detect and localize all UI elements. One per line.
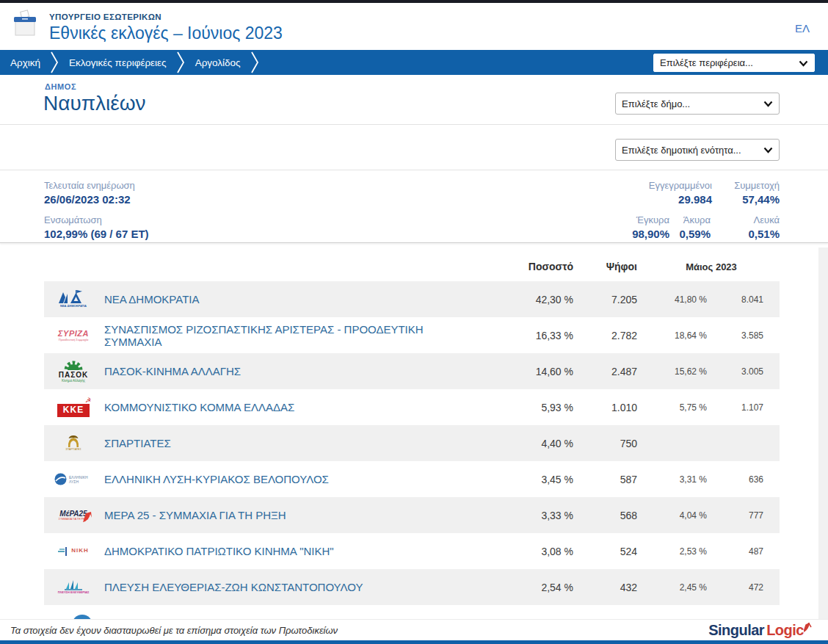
partial-next-row <box>44 605 780 619</box>
breadcrumb: Αρχική Εκλογικές περιφέρειες Αργολίδος Ε… <box>0 50 828 75</box>
party-name-link[interactable]: ΝΕΑ ΔΗΜΟΚΡΑΤΙΑ <box>104 293 485 305</box>
breadcrumb-item-districts[interactable]: Εκλογικές περιφέρειες <box>69 57 167 68</box>
municipality-section: ΔΗΜΟΣ Ναυπλιέων Επιλέξτε δήμο... <box>0 75 828 125</box>
cell-votes: 750 <box>573 438 637 449</box>
registered-stat: Εγγεγραμμένοι 29.984 <box>649 179 712 206</box>
cell-prev-votes: 3.005 <box>707 366 763 377</box>
integration-value: 102,99% (69 / 67 ΕΤ) <box>44 227 149 241</box>
party-name-link[interactable]: ΜΕΡΑ 25 - ΣΥΜΜΑΧΙΑ ΓΙΑ ΤΗ ΡΗΞΗ <box>104 509 485 521</box>
partial-party-logo <box>71 609 93 619</box>
cell-votes: 524 <box>573 546 637 557</box>
mera25-logo: ΜέΡΑ25ΣΥΜΜΑΧΙΑ ΓΙΑ ΤΗ ΡΗΞΗ <box>51 510 95 521</box>
cell-percent: 14,60 % <box>485 366 573 377</box>
blank-stat: Λευκά 0,51% <box>711 214 780 241</box>
participation-value: 57,44% <box>712 192 780 206</box>
municipal-unit-select[interactable]: Επιλέξτε δημοτική ενότητα... <box>615 139 780 161</box>
language-toggle[interactable]: ΕΛ <box>795 22 810 35</box>
cell-prev-votes: 777 <box>707 510 763 521</box>
scrollbar-track[interactable] <box>818 247 828 619</box>
invalid-value: 0,59% <box>669 227 711 241</box>
municipality-select-placeholder: Επιλέξτε δήμο... <box>622 98 690 109</box>
party-name-link[interactable]: ΣΠΑΡΤΙΑΤΕΣ <box>104 437 485 449</box>
brand-text: ΥΠΟΥΡΓΕΙΟ ΕΣΩΤΕΡΙΚΩΝ Εθνικές εκλογές – Ι… <box>49 10 283 43</box>
cell-percent: 3,33 % <box>485 510 573 521</box>
chevron-right-icon <box>251 51 259 73</box>
vendor-name-part2: Logic <box>766 622 804 639</box>
region-select[interactable]: Επιλέξτε περιφέρεια... <box>653 54 815 72</box>
breadcrumb-item-home[interactable]: Αρχική <box>10 57 40 68</box>
region-select-placeholder: Επιλέξτε περιφέρεια... <box>660 57 753 68</box>
party-row: ΝΕΑ ΔΗΜΟΚΡΑΤΙΑΝΕΑ ΔΗΜΟΚΡΑΤΙΑ42,30 %7.205… <box>44 281 780 317</box>
party-row: ΠΛΕΥΣΗ ΕΛΕΥΘΕΡΙΑΣΠΛΕΥΣΗ ΕΛΕΥΘΕΡΙΑΣ-ΖΩΗ Κ… <box>44 569 780 605</box>
last-update-stat: Τελευταία ενημέρωση 26/06/2023 02:32 <box>44 179 149 206</box>
party-name-link[interactable]: ΠΑΣΟΚ-ΚΙΝΗΜΑ ΑΛΛΑΓΗΣ <box>104 365 485 377</box>
disclaimer-text: Τα στοιχεία δεν έχουν διασταυρωθεί με τα… <box>10 625 338 636</box>
cell-prev-percent: 4,04 % <box>637 510 707 521</box>
municipality-select[interactable]: Επιλέξτε δήμο... <box>615 93 780 115</box>
header-votes: Ψήφοι <box>573 261 637 272</box>
cell-percent: 4,40 % <box>485 438 573 449</box>
pleusi-eleftherias-logo: ΠΛΕΥΣΗ ΕΛΕΥΘΕΡΙΑΣ <box>51 580 95 594</box>
ballot-box-icon <box>10 10 40 42</box>
entity-name: Ναυπλιέων <box>43 92 146 115</box>
invalid-label: Άκυρα <box>669 214 711 227</box>
chevron-down-icon <box>763 143 773 156</box>
cell-votes: 587 <box>573 474 637 485</box>
cell-prev-percent: 2,45 % <box>637 582 707 593</box>
stats-left: Τελευταία ενημέρωση 26/06/2023 02:32 Ενσ… <box>44 179 149 241</box>
chevron-down-icon <box>799 57 808 70</box>
party-row: ΜέΡΑ25ΣΥΜΜΑΧΙΑ ΓΙΑ ΤΗ ΡΗΞΗΜΕΡΑ 25 - ΣΥΜΜ… <box>44 497 780 533</box>
valid-stat: Έγκυρα 98,90% <box>632 214 669 241</box>
cell-prev-percent: 5,75 % <box>637 402 707 413</box>
cell-percent: 5,93 % <box>485 402 573 413</box>
breadcrumb-item-argolidos[interactable]: Αργολίδος <box>195 57 241 68</box>
cell-percent: 2,54 % <box>485 582 573 593</box>
participation-stat: Συμμετοχή 57,44% <box>712 179 780 206</box>
header-previous-election: Μάιος 2023 <box>637 261 763 272</box>
election-results-page: ΥΠΟΥΡΓΕΙΟ ΕΣΩΤΕΡΙΚΩΝ Εθνικές εκλογές – Ι… <box>0 0 828 644</box>
valid-value: 98,90% <box>632 227 669 241</box>
cell-percent: 16,33 % <box>485 330 573 341</box>
niki-logo: ΝΙΚΗ <box>51 547 95 556</box>
kke-logo: ☭ΚΚΕ <box>51 397 95 416</box>
registered-label: Εγγεγραμμένοι <box>649 179 712 192</box>
integration-label: Ενσωμάτωση <box>44 214 149 227</box>
stats-right: Εγγεγραμμένοι 29.984 Συμμετοχή 57,44% Έγ… <box>632 179 780 241</box>
entity-type-label: ΔΗΜΟΣ <box>45 82 76 91</box>
cell-prev-percent: 15,62 % <box>637 366 707 377</box>
cell-prev-percent: 3,31 % <box>637 474 707 485</box>
cell-prev-percent: 2,53 % <box>637 546 707 557</box>
valid-label: Έγκυρα <box>632 214 669 227</box>
cell-votes: 568 <box>573 510 637 521</box>
party-name-link[interactable]: ΣΥΝΑΣΠΙΣΜΟΣ ΡΙΖΟΣΠΑΣΤΙΚΗΣ ΑΡΙΣΤΕΡΑΣ - ΠΡ… <box>104 323 485 348</box>
spartiates-logo: ΣΠΑΡΤΙΑΤΕΣ <box>51 435 95 452</box>
chevron-right-icon <box>51 51 59 73</box>
cell-votes: 7.205 <box>573 294 637 305</box>
cell-votes: 432 <box>573 582 637 593</box>
party-row: ΣΥΡΙΖΑΠροοδευτική ΣυμμαχίαΣΥΝΑΣΠΙΣΜΟΣ ΡΙ… <box>44 317 780 353</box>
party-row: ΠΑΣΟΚΚίνημα ΑλλαγήςΠΑΣΟΚ-ΚΙΝΗΜΑ ΑΛΛΑΓΗΣ1… <box>44 353 780 389</box>
singularlogic-logo: Singular Logic <box>708 622 812 639</box>
party-name-link[interactable]: ΚΟΜΜΟΥΝΙΣΤΙΚΟ ΚΟΜΜΑ ΕΛΛΑΔΑΣ <box>104 401 485 413</box>
cell-prev-votes: 3.585 <box>707 330 763 341</box>
header-percent: Ποσοστό <box>485 261 573 272</box>
municipal-unit-section: Επιλέξτε δημοτική ενότητα... <box>0 125 828 170</box>
blank-value: 0,51% <box>711 227 780 241</box>
party-name-link[interactable]: ΠΛΕΥΣΗ ΕΛΕΥΘΕΡΙΑΣ-ΖΩΗ ΚΩΝΣΤΑΝΤΟΠΟΥΛΟΥ <box>104 581 485 593</box>
cell-prev-votes: 8.041 <box>707 294 763 305</box>
party-name-link[interactable]: ΔΗΜΟΚΡΑΤΙΚΟ ΠΑΤΡΙΩΤΙΚΟ ΚΙΝΗΜΑ "ΝΙΚΗ" <box>104 545 485 557</box>
page-footer: Τα στοιχεία δεν έχουν διασταυρωθεί με τα… <box>0 619 828 640</box>
cell-votes: 2.487 <box>573 366 637 377</box>
site-header: ΥΠΟΥΡΓΕΙΟ ΕΣΩΤΕΡΙΚΩΝ Εθνικές εκλογές – Ι… <box>0 3 828 50</box>
vendor-flourish-icon <box>804 622 812 635</box>
cell-percent: 3,08 % <box>485 546 573 557</box>
stats-section: Τελευταία ενημέρωση 26/06/2023 02:32 Ενσ… <box>0 170 828 243</box>
party-name-link[interactable]: ΕΛΛΗΝΙΚΗ ΛΥΣΗ-ΚΥΡΙΑΚΟΣ ΒΕΛΟΠΟΥΛΟΣ <box>104 473 485 485</box>
party-row: ΝΙΚΗΔΗΜΟΚΡΑΤΙΚΟ ΠΑΤΡΙΩΤΙΚΟ ΚΙΝΗΜΑ "ΝΙΚΗ"… <box>44 533 780 569</box>
party-row: ΣΠΑΡΤΙΑΤΕΣΣΠΑΡΤΙΑΤΕΣ4,40 %750 <box>44 425 780 461</box>
last-update-label: Τελευταία ενημέρωση <box>44 179 149 192</box>
invalid-stat: Άκυρα 0,59% <box>669 214 711 241</box>
brand: ΥΠΟΥΡΓΕΙΟ ΕΣΩΤΕΡΙΚΩΝ Εθνικές εκλογές – Ι… <box>10 10 283 43</box>
syriza-logo: ΣΥΡΙΖΑΠροοδευτική Συμμαχία <box>51 329 95 341</box>
cell-prev-votes: 636 <box>707 474 763 485</box>
